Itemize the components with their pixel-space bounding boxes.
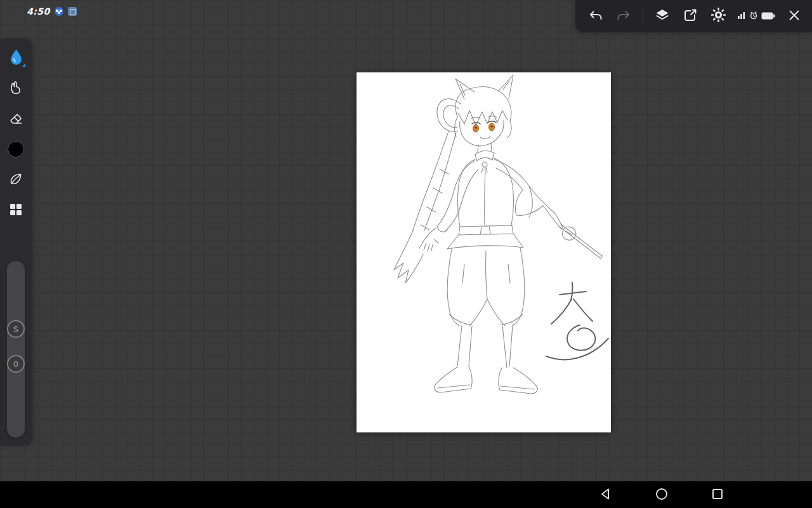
status-time: 4:50 — [27, 6, 50, 17]
drawing-canvas[interactable] — [357, 72, 611, 432]
leaf-icon — [8, 171, 23, 189]
app-screen: 4:50 — [0, 0, 812, 508]
alarm-clock-icon — [749, 10, 758, 22]
tool-sidebar: S 0 — [0, 39, 32, 446]
back-triangle-icon — [598, 486, 613, 504]
close-icon — [787, 8, 801, 24]
undo-arrow-icon — [588, 8, 603, 25]
export-button[interactable] — [678, 3, 703, 29]
layers-button[interactable] — [650, 3, 675, 29]
close-button[interactable] — [782, 3, 807, 29]
eraser-icon — [8, 110, 23, 128]
android-nav-bar — [0, 481, 812, 508]
leaf-tool-button[interactable] — [4, 168, 28, 192]
redo-arrow-icon — [616, 8, 631, 25]
character-eyes — [472, 121, 496, 132]
system-status-icons — [737, 10, 775, 22]
paw-notification-icon — [55, 7, 63, 16]
color-swatch-button[interactable] — [4, 137, 28, 161]
grid-squares-icon — [8, 202, 23, 219]
smudge-finger-icon — [8, 80, 23, 97]
brush-size-label: S — [13, 324, 18, 334]
home-circle-icon — [654, 486, 669, 504]
eraser-tool-button[interactable] — [4, 107, 28, 131]
home-button[interactable] — [648, 481, 676, 508]
top-toolbar — [575, 0, 812, 32]
android-notification-icon — [68, 7, 77, 16]
settings-button[interactable] — [705, 3, 731, 29]
gear-icon — [711, 8, 726, 24]
artist-signature — [546, 283, 608, 359]
brush-size-knob[interactable]: S — [7, 320, 25, 338]
brush-opacity-label: 0 — [13, 359, 18, 369]
export-icon — [683, 8, 698, 25]
toolbar-divider — [643, 8, 643, 23]
smudge-tool-button[interactable] — [4, 76, 28, 100]
brush-adjust-slider[interactable]: S 0 — [6, 260, 25, 438]
undo-button[interactable] — [583, 3, 608, 29]
battery-icon — [761, 10, 775, 22]
layers-icon — [655, 8, 670, 25]
status-bar: 4:50 — [27, 6, 77, 17]
recents-button[interactable] — [704, 481, 731, 508]
back-button[interactable] — [592, 481, 620, 508]
redo-button[interactable] — [611, 3, 636, 29]
paint-tool-button[interactable] — [4, 46, 28, 70]
tool-options-indicator — [22, 64, 25, 67]
grid-tool-button[interactable] — [4, 198, 28, 222]
tool-list — [0, 39, 32, 222]
brush-opacity-knob[interactable]: 0 — [7, 355, 25, 373]
black-color-circle — [8, 141, 24, 157]
character-drawing — [357, 72, 611, 432]
recents-square-icon — [710, 486, 725, 504]
signal-bars-icon — [737, 10, 746, 22]
